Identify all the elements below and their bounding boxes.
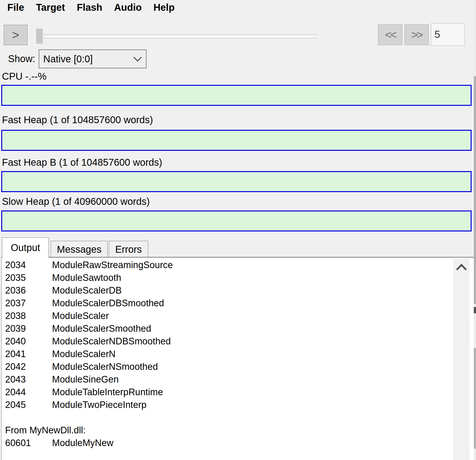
fast-heap-b-label: Fast Heap B (1 of 104857600 words): [2, 157, 162, 168]
output-line-text: ModuleScalerN: [52, 349, 116, 359]
output-lines: 2034ModuleRawStreamingSource2035ModuleSa…: [5, 259, 449, 449]
output-line-text: ModuleScalerNSmoothed: [52, 361, 158, 372]
output-line: 2038ModuleScaler: [5, 309, 449, 322]
window-scrollbar[interactable]: [474, 0, 476, 460]
step-back-button[interactable]: <<: [378, 24, 402, 45]
window-scrollbar-mark: [474, 307, 476, 313]
menu-item-file[interactable]: File: [7, 2, 24, 13]
output-line: 2043ModuleSineGen: [5, 373, 449, 386]
output-line: From MyNewDll.dll:: [5, 424, 449, 437]
fast-heap-meter: [1, 130, 472, 151]
window-scrollbar-thumb[interactable]: [474, 348, 476, 449]
menu-item-audio[interactable]: Audio: [114, 2, 142, 13]
output-line: 2037ModuleScalerDBSmoothed: [5, 297, 449, 309]
output-line-text: From MyNewDll.dll:: [5, 425, 86, 435]
chevron-up-icon: [456, 264, 467, 274]
output-line-number: 2037: [5, 297, 52, 309]
output-line-text: ModuleScaler: [52, 311, 109, 321]
tab-errors-label: Errors: [115, 244, 142, 255]
output-line-text: ModuleScalerDB: [52, 285, 122, 296]
app-window: File Target Flash Audio Help > << >> Sho…: [0, 0, 476, 460]
menu-item-help[interactable]: Help: [153, 2, 175, 13]
output-line-number: 2039: [5, 322, 52, 335]
output-line-number: 2034: [5, 259, 52, 271]
step-count-field[interactable]: [431, 23, 465, 46]
output-line-text: ModuleScalerDBSmoothed: [52, 298, 164, 308]
output-line: 2045ModuleTwoPieceInterp: [5, 398, 449, 411]
output-line-number: 2038: [5, 309, 52, 322]
fast-forward-icon: >>: [411, 28, 422, 41]
output-line: 2039ModuleScalerSmoothed: [5, 322, 449, 335]
tab-messages-label: Messages: [57, 244, 101, 255]
output-line-number: 2041: [5, 348, 52, 360]
output-line-number: 2044: [5, 386, 52, 398]
output-line-number: 2043: [5, 373, 52, 386]
tab-output[interactable]: Output: [2, 237, 49, 258]
output-line: 2044ModuleTableInterpRuntime: [5, 386, 449, 398]
scroll-up-button[interactable]: [453, 261, 469, 274]
output-line: 60601ModuleMyNew: [5, 437, 449, 449]
show-dropdown-value: Native [0:0]: [43, 54, 93, 65]
output-line-number: 2035: [5, 271, 52, 284]
output-line-number: 2040: [5, 335, 52, 348]
output-line-number: 2036: [5, 284, 52, 297]
output-line-number: 2045: [5, 398, 52, 411]
cpu-usage-meter: [1, 85, 472, 106]
rewind-icon: <<: [385, 28, 396, 41]
output-line-text: ModuleScalerNDBSmoothed: [52, 336, 171, 346]
chevron-down-icon: [133, 53, 142, 62]
tab-errors[interactable]: Errors: [109, 241, 148, 258]
show-dropdown[interactable]: Native [0:0]: [39, 49, 147, 68]
output-line: 2040ModuleScalerNDBSmoothed: [5, 335, 449, 348]
output-line: 2041ModuleScalerN: [5, 348, 449, 360]
fast-heap-label: Fast Heap (1 of 104857600 words): [2, 114, 153, 125]
output-line: [5, 411, 449, 424]
slow-heap-meter: [1, 210, 472, 231]
position-slider-track[interactable]: [37, 34, 318, 39]
position-slider-thumb[interactable]: [36, 29, 43, 44]
step-forward-button[interactable]: >>: [404, 24, 429, 45]
output-line-text: ModuleSineGen: [52, 374, 119, 384]
output-scrollbar[interactable]: [453, 258, 469, 460]
play-button[interactable]: >: [4, 25, 28, 45]
output-line-text: ModuleTwoPieceInterp: [52, 400, 147, 410]
menu-bar: File Target Flash Audio Help: [7, 2, 175, 13]
tab-output-label: Output: [11, 242, 40, 253]
output-line-text: ModuleSawtooth: [52, 273, 121, 283]
output-line-number: 60601: [5, 437, 52, 449]
output-line: 2035ModuleSawtooth: [5, 271, 449, 284]
menu-item-flash[interactable]: Flash: [77, 2, 102, 13]
output-line: 2034ModuleRawStreamingSource: [5, 259, 449, 271]
output-line: 2036ModuleScalerDB: [5, 284, 449, 297]
tab-messages[interactable]: Messages: [51, 241, 108, 258]
output-line: 2042ModuleScalerNSmoothed: [5, 360, 449, 373]
play-icon: >: [12, 28, 19, 42]
output-line-number: 2042: [5, 360, 52, 373]
fast-heap-b-meter: [1, 171, 472, 192]
slow-heap-label: Slow Heap (1 of 40960000 words): [2, 196, 150, 207]
window-scrollbar-thumb[interactable]: [474, 76, 476, 304]
output-line-text: ModuleMyNew: [52, 438, 113, 448]
output-line-text: ModuleRawStreamingSource: [52, 260, 173, 270]
menu-item-target[interactable]: Target: [36, 2, 65, 13]
output-line-text: ModuleTableInterpRuntime: [52, 387, 163, 397]
cpu-usage-label: CPU -.--%: [2, 71, 46, 82]
output-line-text: ModuleScalerSmoothed: [52, 323, 151, 334]
output-panel: 2034ModuleRawStreamingSource2035ModuleSa…: [1, 257, 474, 460]
show-label: Show:: [8, 53, 35, 64]
